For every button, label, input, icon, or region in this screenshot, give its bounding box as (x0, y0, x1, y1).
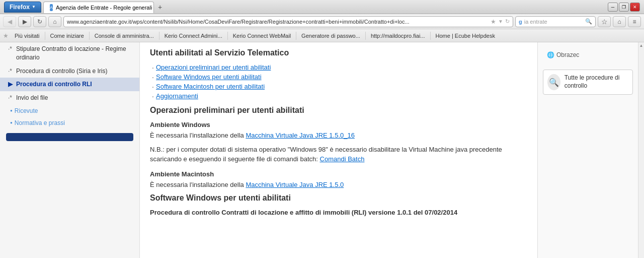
bookmark-separator (89, 32, 90, 40)
ambiente-windows-heading: Ambiente Windows (150, 121, 527, 128)
tab-favicon: A (50, 4, 53, 11)
section1-links: Operazioni preliminari per utenti abilit… (150, 62, 527, 101)
scrollbar[interactable]: ▲ (638, 42, 644, 258)
sidebar-item-label: Normativa e prassi (15, 119, 65, 126)
link-aggiornamenti[interactable]: Aggiornamenti (156, 92, 198, 100)
link-list-item: Software Windows per utenti abilitati (150, 72, 527, 82)
new-tab-button[interactable]: + (154, 1, 166, 13)
firefox-label: Firefox (10, 4, 30, 11)
right-panel-top: 🌐 Obrazec (543, 47, 633, 64)
link-software-windows[interactable]: Software Windows per utenti abilitati (156, 73, 262, 81)
star-icon: ★ (3, 32, 9, 39)
search-text: ia entrate (524, 19, 547, 25)
search-icon[interactable]: 🔍 (585, 18, 592, 25)
url-bar[interactable]: www.agenziaentrate.gov.it/wps/content/Ns… (63, 16, 513, 27)
search-bar[interactable]: g ia entrate 🔍 (515, 16, 596, 27)
icon-symbol: 🔍 (549, 78, 559, 87)
link-comandi-batch[interactable]: Comandi Batch (320, 155, 365, 163)
bullet-icon: ·* (8, 45, 14, 53)
tabs-bar: A Agenzia delle Entrate - Regole general… (43, 1, 608, 13)
bookmark-label: http://maildocpro.fiai... (371, 33, 425, 39)
sidebar-item-label: Procedura di controllo (Siria e Iris) (16, 67, 107, 76)
arrow-icon: ▶ (8, 80, 14, 89)
link-list-item: Aggiornamenti (150, 91, 527, 101)
bullet-icon: ·* (8, 94, 14, 102)
bookmark-separator (227, 32, 228, 40)
sidebar-item-regime-ordinario[interactable]: ·* Stipulare Contratto di locazione - Re… (0, 42, 139, 64)
url-arrow-icon: ▼ (498, 19, 503, 24)
para4-heading: Procedura di controllo Contratti di loca… (150, 209, 527, 216)
bookmark-separator (430, 32, 431, 40)
link-operazioni-preliminari[interactable]: Operazioni preliminari per utenti abilit… (156, 63, 271, 71)
window-controls: ─ ❐ ✕ (608, 3, 640, 12)
obrazec-label: 🌐 Obrazec (547, 51, 629, 58)
refresh-icon: ↻ (505, 18, 510, 25)
sidebar: ·* Stipulare Contratto di locazione - Re… (0, 42, 140, 258)
link-java-jre-mac[interactable]: Macchina Virtuale Java JRE 1.5.0 (246, 181, 344, 188)
bookmark-label: Generatore di passwo... (301, 33, 360, 39)
link-java-jre[interactable]: Macchina Virtuale Java JRE 1.5.0_16 (246, 132, 355, 139)
sidebar-item-ricevute[interactable]: Ricevute (0, 105, 139, 117)
ambiente-mac-heading: Ambiente Macintosh (150, 170, 527, 178)
scroll-up-arrow[interactable]: ▲ (639, 43, 643, 48)
all-procedures-button[interactable]: 🔍 Tutte le procedure di controllo (543, 70, 633, 95)
link-list-item: Software Macintosh per utenti abilitati (150, 82, 527, 91)
sidebar-item-label: Ricevute (15, 107, 38, 114)
sidebar-item-label: Invio del file (16, 94, 48, 102)
sidebar-item-label: Stipulare Contratto di locazione - Regim… (16, 45, 133, 62)
forward-button[interactable]: ▶ (18, 16, 31, 27)
bookmark-star-icon[interactable]: ★ (491, 18, 496, 25)
bookmark-piu-visitati[interactable]: Più visitati (12, 32, 43, 40)
link-list-item: Operazioni preliminari per utenti abilit… (150, 62, 527, 72)
back-button[interactable]: ◀ (3, 16, 16, 27)
sidebar-item-siria-iris[interactable]: ·* Procedura di controllo (Siria e Iris) (0, 64, 139, 78)
sidebar-item-label: Procedura di controllo RLI (16, 80, 92, 89)
globe-icon: 🌐 (547, 51, 554, 58)
maximize-button[interactable]: ❐ (619, 3, 629, 12)
bookmark-label: Kerio Connect WebMail (233, 33, 291, 39)
bookmark-separator (159, 32, 159, 40)
sidebar-item-normativa[interactable]: Normativa e prassi (0, 117, 139, 129)
obrazec-text: Obrazec (556, 51, 579, 58)
para2: N.B.: per i computer dotati di sistema o… (150, 145, 527, 164)
url-text: www.agenziaentrate.gov.it/wps/content/Ns… (67, 19, 489, 25)
bookmark-kerio-admin[interactable]: Kerio Connect Admini... (162, 32, 225, 40)
bookmark-maildoc[interactable]: http://maildocpro.fiai... (368, 32, 428, 40)
firefox-menu-button[interactable]: Firefox (4, 2, 41, 13)
bookmark-label: Console di amministra... (95, 33, 154, 39)
reload-button[interactable]: ↻ (33, 16, 46, 27)
sidebar-item-rli[interactable]: ▶ Procedura di controllo RLI (0, 78, 139, 91)
sidebar-bottom-button[interactable] (6, 133, 133, 141)
bookmark-kerio-webmail[interactable]: Kerio Connect WebMail (230, 32, 294, 40)
sidebar-item-invio-file[interactable]: ·* Invio del file (0, 91, 139, 105)
tab-title: Agenzia delle Entrate - Regole generali … (56, 5, 154, 11)
minimize-button[interactable]: ─ (608, 3, 618, 12)
link-software-mac[interactable]: Software Macintosh per utenti abilitati (156, 83, 265, 90)
bookmark-label: Come iniziare (50, 33, 84, 39)
bookmark-separator (365, 32, 366, 40)
para3-text: È necessaria l'installazione della (150, 181, 244, 188)
bookmark-label: Kerio Connect Admini... (165, 33, 222, 39)
home-icon-button[interactable]: ⌂ (613, 16, 626, 27)
bookmark-console[interactable]: Console di amministra... (92, 32, 157, 40)
menu-button[interactable]: ≡ (628, 16, 641, 27)
navigation-bar: ◀ ▶ ↻ ⌂ www.agenziaentrate.gov.it/wps/co… (0, 14, 644, 29)
search-engine-icon: g (519, 19, 522, 25)
close-button[interactable]: ✕ (630, 3, 640, 12)
section2-title: Operazioni preliminari per utenti abilit… (150, 106, 527, 115)
para1-text: È necessaria l'installazione della (150, 132, 244, 139)
active-tab[interactable]: A Agenzia delle Entrate - Regole general… (43, 2, 154, 13)
para1: È necessaria l'installazione della Macch… (150, 131, 527, 141)
para3: È necessaria l'installazione della Macch… (150, 180, 527, 190)
main-layout: ·* Stipulare Contratto di locazione - Re… (0, 42, 644, 258)
all-procedures-label: Tutte le procedure di controllo (565, 74, 628, 90)
right-panel: 🌐 Obrazec 🔍 Tutte le procedure di contro… (537, 42, 638, 258)
home-button[interactable]: ⌂ (48, 16, 61, 27)
bookmark-label: Più visitati (15, 33, 40, 39)
search-magnifier-icon: 🔍 (547, 74, 560, 90)
bookmark-generatore[interactable]: Generatore di passwo... (298, 32, 363, 40)
bookmark-ecube[interactable]: Home | Ecube Helpdesk (433, 32, 498, 40)
bookmark-label: Home | Ecube Helpdesk (436, 33, 495, 39)
bookmark-come-iniziare[interactable]: Come iniziare (47, 32, 87, 40)
tools-button[interactable]: ☆ (598, 16, 611, 27)
